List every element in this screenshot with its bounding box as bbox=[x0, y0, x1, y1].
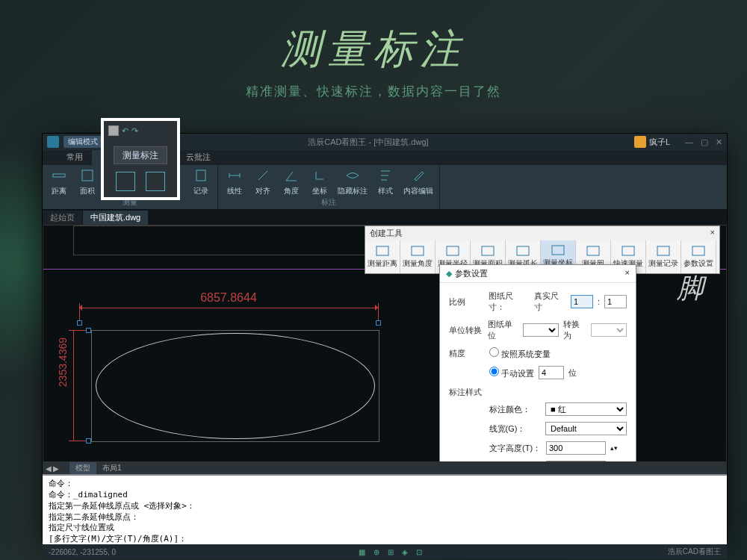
ribbon-edit[interactable]: 内容编辑 bbox=[400, 167, 436, 196]
scroll-right-icon[interactable]: ▶ bbox=[53, 464, 59, 473]
svg-rect-1 bbox=[82, 170, 93, 181]
callout-measure-button[interactable]: 测量标注 bbox=[114, 146, 167, 164]
command-line-entry: 指定尺寸线位置或 bbox=[49, 523, 721, 534]
svg-rect-4 bbox=[376, 246, 388, 255]
color-label: 标注颜色： bbox=[489, 404, 541, 415]
user-name[interactable]: 疯子L bbox=[649, 137, 670, 148]
dimension-vertical-line[interactable] bbox=[73, 330, 74, 441]
unit-b-label: 转换为 bbox=[563, 319, 586, 341]
command-line-entry: 命令： bbox=[49, 479, 721, 490]
mode-button[interactable]: 编辑模式 bbox=[63, 136, 102, 148]
dialog-close-icon[interactable]: × bbox=[625, 268, 630, 279]
close-icon[interactable]: ✕ bbox=[716, 137, 722, 147]
tab-common[interactable]: 常用 bbox=[58, 150, 92, 165]
ribbon-coord[interactable]: 坐标 bbox=[306, 167, 333, 196]
style-section-label: 标注样式 bbox=[449, 387, 627, 398]
redo-icon[interactable]: ↷ bbox=[131, 126, 138, 136]
ribbon-record[interactable]: 记录 bbox=[187, 167, 214, 196]
callout-highlight: ↶ ↷ 测量标注 bbox=[101, 118, 180, 200]
unit-select-to[interactable] bbox=[591, 323, 627, 337]
svg-rect-13 bbox=[692, 246, 704, 255]
minimize-icon[interactable]: — bbox=[685, 137, 693, 146]
grip-handle[interactable] bbox=[86, 328, 91, 333]
user-avatar-icon[interactable] bbox=[634, 136, 646, 148]
doc-tab-start[interactable]: 起始页 bbox=[43, 211, 82, 225]
textheight-label: 文字高度(T)： bbox=[489, 443, 542, 454]
svg-rect-0 bbox=[53, 174, 65, 177]
ribbon-area[interactable]: 面积 bbox=[74, 167, 101, 196]
callout-tool-icon[interactable] bbox=[116, 172, 135, 191]
precision-label: 精度 bbox=[449, 348, 485, 359]
callout-square-icon bbox=[108, 125, 119, 136]
drawing-canvas[interactable]: 6857.8644 2353.4369 脚 创建工具 × 测量距离测量角度测量半… bbox=[43, 225, 727, 462]
lineweight-select[interactable]: Default bbox=[545, 422, 627, 435]
drawing-text: 脚 bbox=[677, 270, 704, 307]
dimension-vertical-value: 2353.4369 bbox=[57, 337, 69, 387]
precision-input[interactable] bbox=[539, 366, 564, 379]
document-tabs: 起始页 中国建筑.dwg bbox=[43, 210, 727, 225]
ribbon-group-label: 标注 bbox=[320, 196, 337, 208]
doc-tab-file[interactable]: 中国建筑.dwg bbox=[83, 211, 148, 225]
scale-a-label: 图纸尺寸： bbox=[489, 290, 529, 313]
command-line-entry: 命令：_dimaligned bbox=[49, 490, 721, 501]
svg-rect-8 bbox=[517, 246, 529, 255]
precision-radio-system[interactable] bbox=[489, 347, 499, 357]
app-logo-icon bbox=[47, 136, 59, 148]
color-select[interactable]: ■ 红 bbox=[545, 402, 627, 416]
unit-label: 单位转换 bbox=[449, 325, 483, 336]
grip-handle[interactable] bbox=[376, 320, 381, 326]
dimension-horizontal-value: 6857.8644 bbox=[87, 291, 371, 305]
svg-rect-5 bbox=[412, 246, 424, 255]
precision-radio-manual[interactable] bbox=[489, 367, 499, 376]
callout-tool-icon[interactable] bbox=[146, 172, 165, 191]
svg-rect-12 bbox=[657, 246, 669, 255]
grip-handle[interactable] bbox=[77, 320, 82, 326]
layout-tab[interactable]: 布局1 bbox=[96, 462, 128, 474]
scale-input-1[interactable] bbox=[571, 295, 593, 308]
measure-tool-8[interactable]: 测量记录 bbox=[646, 240, 681, 273]
arrowsize-label: 箭头大小(I)： bbox=[489, 462, 542, 463]
ribbon-angle-dim[interactable]: 角度 bbox=[278, 167, 305, 196]
unit-a-label: 图纸单位 bbox=[488, 319, 519, 341]
grip-handle[interactable] bbox=[86, 438, 91, 444]
command-line[interactable]: 命令：命令：_dimaligned指定第一条延伸线原点或 <选择对象>：指定第二… bbox=[43, 474, 727, 544]
undo-icon[interactable]: ↶ bbox=[122, 126, 128, 136]
command-line-entry: 指定第二条延伸线原点： bbox=[49, 512, 721, 523]
scroll-left-icon[interactable]: ◀ bbox=[46, 464, 52, 473]
toolbar-close-icon[interactable]: × bbox=[710, 228, 715, 239]
ribbon-distance[interactable]: 距离 bbox=[46, 167, 72, 196]
marketing-title: 测量标注 bbox=[0, 0, 747, 77]
ellipse-shape[interactable] bbox=[96, 333, 375, 439]
settings-dialog: ◆参数设置 × 比例 图纸尺寸： 真实尺寸 : 单位转换 图纸单位 转换为 bbox=[439, 264, 636, 462]
tab-cloud[interactable]: 云批注 bbox=[177, 150, 220, 165]
dimension-horizontal-line[interactable] bbox=[79, 308, 378, 308]
command-line-entry: [多行文字(M)/文字(T)/角度(A)]： bbox=[49, 534, 721, 544]
ribbon-group-annotate: 线性 对齐 角度 坐标 隐藏标注 样式 内容编辑 标注 bbox=[218, 165, 440, 209]
product-name: 浩辰CAD看图王 bbox=[668, 547, 721, 557]
status-toggles[interactable]: ▦ ⊕ ⊞ ◈ ⊡ bbox=[359, 548, 424, 556]
textheight-input[interactable] bbox=[546, 441, 606, 455]
scale-input-2[interactable] bbox=[604, 295, 627, 308]
scale-b-label: 真实尺寸 bbox=[534, 290, 566, 313]
spinner-icon[interactable]: ▴▾ bbox=[610, 444, 618, 452]
ribbon-aligned[interactable]: 对齐 bbox=[249, 167, 276, 196]
measure-tool-9[interactable]: 参数设置 bbox=[681, 240, 716, 273]
model-layout-tabs: ◀ ▶ 模型 布局1 bbox=[43, 462, 727, 474]
measure-tool-0[interactable]: 测量距离 bbox=[365, 240, 400, 273]
lineweight-label: 线宽(G)： bbox=[489, 423, 541, 435]
svg-rect-9 bbox=[552, 246, 564, 255]
maximize-icon[interactable]: ▢ bbox=[701, 137, 708, 147]
unit-select-from[interactable] bbox=[523, 323, 559, 337]
ribbon-linear[interactable]: 线性 bbox=[221, 167, 248, 196]
window-title: 浩辰CAD看图王 - [中国建筑.dwg] bbox=[102, 137, 634, 148]
measure-tool-1[interactable]: 测量角度 bbox=[400, 240, 436, 273]
svg-rect-7 bbox=[482, 246, 494, 255]
toolbar-title: 创建工具 bbox=[370, 228, 403, 239]
ribbon-style[interactable]: 样式 bbox=[372, 167, 399, 196]
command-line-entry: 指定第一条延伸线原点或 <选择对象>： bbox=[49, 501, 721, 512]
marketing-subtitle: 精准测量、快速标注，数据内容一目了然 bbox=[0, 83, 747, 100]
arrowsize-input[interactable] bbox=[546, 461, 606, 462]
ribbon-hide[interactable]: 隐藏标注 bbox=[335, 167, 371, 196]
coords-readout: -226062, -231255, 0 bbox=[49, 548, 116, 556]
model-tab[interactable]: 模型 bbox=[69, 462, 96, 474]
